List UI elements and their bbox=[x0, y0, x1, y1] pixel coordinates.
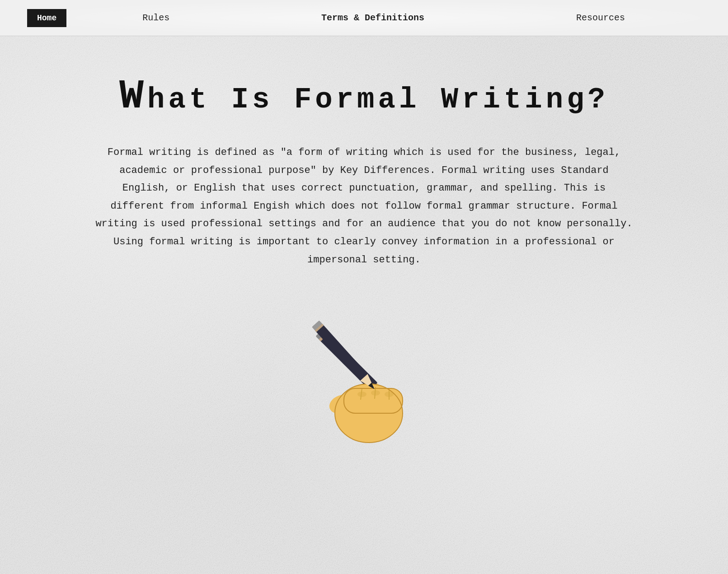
main-description: Formal writing is defined as "a form of … bbox=[93, 144, 635, 269]
nav-links: Rules Terms & Definitions Resources bbox=[66, 13, 701, 23]
navigation: Home Rules Terms & Definitions Resources bbox=[0, 0, 728, 36]
rules-nav-link[interactable]: Rules bbox=[142, 13, 169, 23]
home-button[interactable]: Home bbox=[27, 9, 66, 27]
hand-writing-icon bbox=[292, 305, 437, 449]
terms-definitions-nav-link[interactable]: Terms & Definitions bbox=[321, 13, 424, 23]
title-big-w: W bbox=[119, 74, 147, 120]
title-rest: hat Is Formal Writing? bbox=[147, 84, 609, 116]
writing-hand-illustration bbox=[54, 305, 674, 449]
svg-point-12 bbox=[371, 390, 380, 396]
svg-rect-16 bbox=[315, 324, 367, 381]
main-content: What Is Formal Writing? Formal writing i… bbox=[0, 36, 728, 476]
resources-nav-link[interactable]: Resources bbox=[576, 13, 625, 23]
svg-point-11 bbox=[357, 392, 366, 397]
page-title: What Is Formal Writing? bbox=[54, 72, 674, 121]
